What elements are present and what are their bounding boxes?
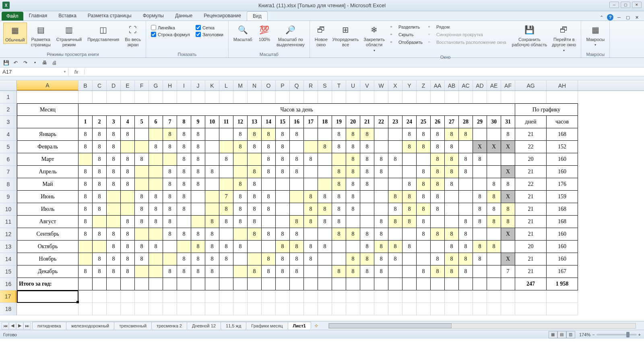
cell[interactable] xyxy=(17,116,78,128)
cell[interactable]: 8 xyxy=(402,128,417,141)
cell[interactable] xyxy=(78,153,93,166)
cell[interactable]: 8 xyxy=(360,228,374,241)
cell[interactable]: 8 xyxy=(473,203,487,216)
cell[interactable] xyxy=(388,228,402,241)
cell[interactable] xyxy=(233,91,248,103)
cell[interactable]: 25 xyxy=(417,116,431,128)
cell[interactable]: 8 xyxy=(262,128,276,141)
cell[interactable]: 8 xyxy=(374,265,388,278)
column-header[interactable]: C xyxy=(93,80,107,90)
window-close-icon[interactable]: ✕ xyxy=(634,14,640,21)
cell[interactable] xyxy=(431,303,445,315)
cell[interactable]: 8 xyxy=(431,153,445,166)
cell[interactable] xyxy=(402,228,417,241)
cell[interactable] xyxy=(107,290,121,303)
column-header[interactable]: Q xyxy=(290,80,304,90)
cell[interactable]: 8 xyxy=(233,241,248,253)
cell[interactable]: 8 xyxy=(459,253,473,265)
window-small-button[interactable]: ▫Рядом xyxy=(427,23,507,31)
cell[interactable]: 8 xyxy=(346,203,360,216)
cell[interactable]: 8 xyxy=(107,228,121,241)
cell[interactable]: 8 xyxy=(473,216,487,228)
close-button[interactable]: ✕ xyxy=(632,2,642,8)
cell[interactable] xyxy=(205,191,219,203)
column-header[interactable]: T xyxy=(332,80,346,90)
cell[interactable]: 8 xyxy=(445,228,459,241)
cell[interactable]: 8 xyxy=(431,166,445,178)
cell[interactable]: 8 xyxy=(107,265,121,278)
cell[interactable]: 168 xyxy=(547,203,578,216)
cell[interactable] xyxy=(304,303,318,315)
cell[interactable] xyxy=(515,303,547,315)
cell[interactable]: Часов за день xyxy=(78,103,515,116)
view-mode-button[interactable]: ▦Обычный xyxy=(3,23,27,44)
cell[interactable] xyxy=(402,303,417,315)
column-header[interactable]: AG xyxy=(515,80,547,90)
cell[interactable]: 21 xyxy=(515,128,547,141)
cell[interactable]: Июнь xyxy=(17,191,78,203)
cell[interactable] xyxy=(304,278,318,290)
column-header[interactable]: U xyxy=(346,80,360,90)
cell[interactable]: 8 xyxy=(318,141,332,153)
zoom-button[interactable]: 🔎Масштаб повыделенному xyxy=(275,23,306,48)
cell[interactable] xyxy=(473,128,487,141)
cell[interactable]: дней xyxy=(515,116,547,128)
window-small-button[interactable]: ▫Разделить xyxy=(390,23,423,31)
cell[interactable] xyxy=(205,203,219,216)
window-small-button[interactable]: ▫Восстановить расположение окна xyxy=(427,39,507,46)
cell[interactable]: 8 xyxy=(473,241,487,253)
cell[interactable] xyxy=(304,265,318,278)
qat-dropdown-icon[interactable]: ▾ xyxy=(31,59,39,66)
row-header[interactable]: 9 xyxy=(0,191,17,203)
cell[interactable] xyxy=(135,303,149,315)
row-header[interactable]: 1 xyxy=(0,91,17,103)
cell[interactable]: 160 xyxy=(547,153,578,166)
sheet-nav-next-icon[interactable]: ▶ xyxy=(16,322,23,329)
cell[interactable]: 8 xyxy=(233,178,248,191)
cell[interactable]: 21 xyxy=(515,166,547,178)
cell[interactable] xyxy=(17,303,78,315)
cell[interactable]: 8 xyxy=(177,128,191,141)
cell[interactable]: 8 xyxy=(177,228,191,241)
cell[interactable] xyxy=(149,228,163,241)
cell[interactable]: 8 xyxy=(332,178,346,191)
restore-button[interactable]: ▢ xyxy=(621,2,630,8)
cell[interactable]: 8 xyxy=(135,253,149,265)
cell[interactable]: 8 xyxy=(177,166,191,178)
cell[interactable]: 8 xyxy=(445,253,459,265)
ribbon-tab-Формулы[interactable]: Формулы xyxy=(137,11,169,21)
cell[interactable]: 8 xyxy=(388,153,402,166)
row-header[interactable]: 12 xyxy=(0,228,17,241)
cell[interactable] xyxy=(360,290,374,303)
cell[interactable]: 8 xyxy=(93,178,107,191)
cell[interactable] xyxy=(163,303,177,315)
cell[interactable]: 8 xyxy=(459,228,473,241)
cell[interactable]: 8 xyxy=(346,178,360,191)
cell[interactable]: 8 xyxy=(78,166,93,178)
cell[interactable] xyxy=(473,278,487,290)
cell[interactable]: 8 xyxy=(473,153,487,166)
cell[interactable]: 8 xyxy=(304,253,318,265)
cell[interactable] xyxy=(318,265,332,278)
cell[interactable] xyxy=(547,91,578,103)
cell[interactable]: 8 xyxy=(431,141,445,153)
cell[interactable] xyxy=(445,290,459,303)
cell[interactable]: 8 xyxy=(107,153,121,166)
column-header[interactable]: AB xyxy=(445,80,459,90)
cell[interactable] xyxy=(445,203,459,216)
cell[interactable] xyxy=(431,91,445,103)
cell[interactable] xyxy=(515,91,547,103)
cell[interactable] xyxy=(219,166,233,178)
cell[interactable]: 19 xyxy=(332,116,346,128)
cell[interactable] xyxy=(388,290,402,303)
cell[interactable] xyxy=(78,241,93,253)
cell[interactable]: Декабрь xyxy=(17,265,78,278)
cell[interactable]: 8 xyxy=(501,216,515,228)
cell[interactable]: 8 xyxy=(304,191,318,203)
cell[interactable]: 8 xyxy=(177,178,191,191)
cell[interactable] xyxy=(360,191,374,203)
cell[interactable]: 22 xyxy=(515,178,547,191)
cell[interactable] xyxy=(177,216,191,228)
cell[interactable] xyxy=(402,290,417,303)
row-header[interactable]: 17 xyxy=(0,290,17,303)
